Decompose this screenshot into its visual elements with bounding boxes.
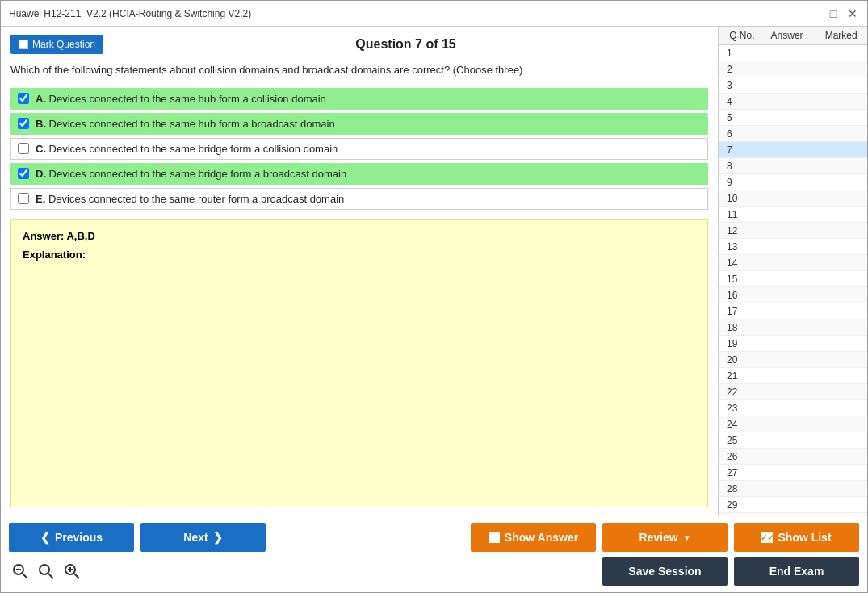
q-num-6: 6 (719, 128, 759, 140)
question-list-row-17[interactable]: 17 (719, 303, 867, 319)
option-c-checkbox[interactable] (18, 143, 29, 154)
previous-label: Previous (55, 531, 103, 544)
svg-line-2 (23, 574, 27, 578)
show-answer-button[interactable]: Show Answer (471, 523, 596, 552)
option-a-label: A. Devices connected to the same hub for… (36, 93, 326, 105)
question-list-row-7[interactable]: 7 (719, 142, 867, 158)
question-list-row-19[interactable]: 19 (719, 336, 867, 352)
q-num-17: 17 (719, 306, 759, 317)
zoom-out-button[interactable] (9, 560, 31, 583)
option-d-label: D. Devices connected to the same bridge … (36, 168, 346, 180)
question-list-row-21[interactable]: 21 (719, 368, 867, 384)
q-num-1: 1 (719, 48, 759, 59)
question-list-row-14[interactable]: 14 (719, 255, 867, 271)
option-e-checkbox[interactable] (18, 193, 29, 204)
question-text: Which of the following statements about … (10, 62, 708, 78)
close-button[interactable]: ✕ (846, 7, 859, 20)
question-list-row-28[interactable]: 28 (719, 481, 867, 497)
minimize-button[interactable]: — (807, 7, 820, 20)
q-num-26: 26 (719, 451, 759, 462)
q-num-24: 24 (719, 419, 759, 430)
question-list-row-29[interactable]: 29 (719, 497, 867, 513)
mark-question-button[interactable]: Mark Question (10, 35, 103, 54)
question-list-row-10[interactable]: 10 (719, 190, 867, 207)
q-num-14: 14 (719, 257, 759, 269)
question-list-row-23[interactable]: 23 (719, 400, 867, 416)
q-num-2: 2 (719, 64, 759, 75)
q-num-29: 29 (719, 499, 759, 511)
option-b-row[interactable]: B. Devices connected to the same hub for… (10, 113, 708, 135)
show-list-button[interactable]: ✓ Show List (734, 523, 859, 552)
header-answer: Answer (759, 30, 816, 41)
review-button[interactable]: Review ▼ (602, 523, 728, 552)
question-list-row-24[interactable]: 24 (719, 416, 867, 432)
question-list-row-25[interactable]: 25 (719, 432, 867, 449)
next-label: Next (183, 531, 208, 544)
q-num-3: 3 (719, 80, 759, 91)
option-c-row[interactable]: C. Devices connected to the same bridge … (10, 138, 708, 160)
previous-button[interactable]: ❮ Previous (9, 523, 134, 552)
q-num-8: 8 (719, 161, 759, 172)
option-e-row[interactable]: E. Devices connected to the same router … (10, 188, 708, 210)
explanation-text: Explanation: (23, 248, 696, 261)
header-marked: Marked (815, 30, 867, 41)
question-list-row-15[interactable]: 15 (719, 271, 867, 287)
question-list-row-22[interactable]: 22 (719, 384, 867, 400)
zoom-reset-icon (37, 562, 55, 580)
question-list-row-26[interactable]: 26 (719, 449, 867, 465)
option-a-row[interactable]: A. Devices connected to the same hub for… (10, 88, 708, 110)
option-d-checkbox[interactable] (18, 168, 29, 179)
q-num-22: 22 (719, 386, 759, 398)
show-list-label: Show List (778, 531, 831, 544)
question-list-row-4[interactable]: 4 (719, 94, 867, 110)
question-list-row-20[interactable]: 20 (719, 352, 867, 368)
q-num-15: 15 (719, 274, 759, 285)
option-a-checkbox[interactable] (18, 93, 29, 104)
question-list-row-3[interactable]: 3 (719, 77, 867, 94)
maximize-button[interactable]: □ (827, 7, 840, 20)
q-num-5: 5 (719, 112, 759, 123)
question-list-row-6[interactable]: 6 (719, 126, 867, 142)
question-list-row-27[interactable]: 27 (719, 465, 867, 481)
question-list-row-11[interactable]: 11 (719, 207, 867, 223)
zoom-in-icon (63, 562, 81, 580)
next-button[interactable]: Next ❯ (140, 523, 266, 552)
question-list-row-16[interactable]: 16 (719, 287, 867, 303)
zoom-reset-button[interactable] (35, 560, 57, 583)
question-list-row-18[interactable]: 18 (719, 319, 867, 336)
q-num-27: 27 (719, 467, 759, 478)
q-num-19: 19 (719, 338, 759, 349)
action-row: Save Session End Exam (9, 557, 859, 586)
q-num-4: 4 (719, 96, 759, 107)
svg-point-3 (40, 565, 49, 574)
q-num-20: 20 (719, 354, 759, 365)
q-num-11: 11 (719, 209, 759, 220)
question-list-row-8[interactable]: 8 (719, 158, 867, 174)
q-num-25: 25 (719, 435, 759, 446)
mark-question-label: Mark Question (32, 39, 95, 50)
option-b-checkbox[interactable] (18, 118, 29, 129)
question-list-row-5[interactable]: 5 (719, 110, 867, 126)
option-b-label: B. Devices connected to the same hub for… (36, 118, 335, 130)
top-bar: Mark Question Question 7 of 15 (10, 35, 708, 54)
question-list-row-12[interactable]: 12 (719, 223, 867, 239)
window-title: Huawei H12-211_V2.2 (HCIA-Routing & Swit… (9, 8, 251, 19)
question-list-row-9[interactable]: 9 (719, 174, 867, 190)
main-content: Mark Question Question 7 of 15 Which of … (1, 27, 867, 516)
option-c-label: C. Devices connected to the same bridge … (36, 143, 338, 155)
mark-checkbox-icon (19, 40, 28, 49)
option-d-row[interactable]: D. Devices connected to the same bridge … (10, 163, 708, 185)
question-list-row-1[interactable]: 1 (719, 45, 867, 61)
bottom-bar: ❮ Previous Next ❯ Show Answer Review ▼ ✓… (1, 516, 867, 592)
main-window: Huawei H12-211_V2.2 (HCIA-Routing & Swit… (0, 0, 868, 593)
end-exam-button[interactable]: End Exam (734, 557, 859, 586)
q-num-23: 23 (719, 403, 759, 414)
question-list-row-2[interactable]: 2 (719, 61, 867, 77)
review-label: Review (639, 531, 677, 544)
q-num-16: 16 (719, 290, 759, 301)
question-list-row-13[interactable]: 13 (719, 239, 867, 255)
question-list[interactable]: 1234567891011121314151617181920212223242… (719, 45, 867, 516)
save-session-button[interactable]: Save Session (602, 557, 728, 586)
header-qno: Q No. (719, 30, 759, 41)
zoom-in-button[interactable] (61, 560, 83, 583)
